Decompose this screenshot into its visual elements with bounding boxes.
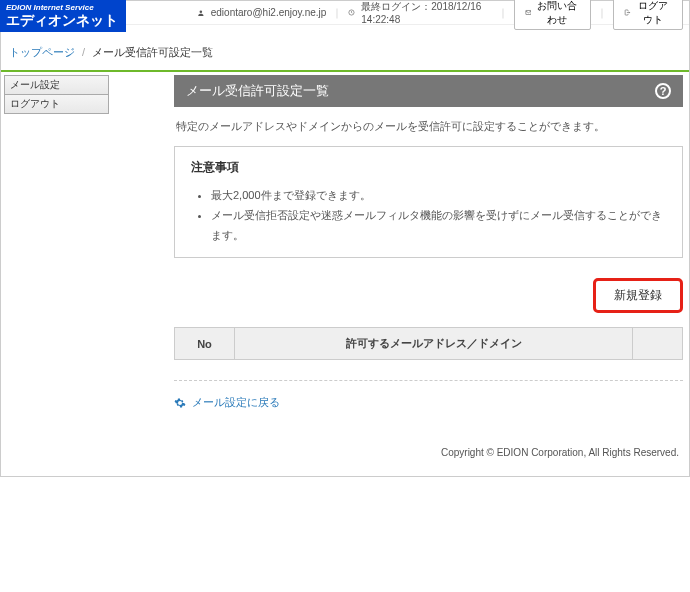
sidebar: メール設定 ログアウト: [1, 72, 109, 429]
dotted-divider: [174, 380, 683, 381]
notice-list: 最大2,000件まで登録できます。 メール受信拒否設定や迷惑メールフィルタ機能の…: [191, 186, 666, 245]
separator: ｜: [597, 6, 607, 20]
help-icon[interactable]: ?: [655, 83, 671, 99]
user-icon: [197, 8, 205, 18]
contact-button[interactable]: お問い合わせ: [514, 0, 592, 30]
mail-icon: [525, 8, 532, 17]
col-domain: 許可するメールアドレス／ドメイン: [235, 328, 633, 360]
back-link-label: メール設定に戻る: [192, 395, 280, 410]
notice-box: 注意事項 最大2,000件まで登録できます。 メール受信拒否設定や迷惑メールフィ…: [174, 146, 683, 258]
notice-item: メール受信拒否設定や迷惑メールフィルタ機能の影響を受けずにメール受信することがで…: [211, 206, 666, 246]
action-row: 新規登録: [174, 270, 683, 321]
separator: ｜: [498, 6, 508, 20]
page-title: メール受信許可設定一覧: [186, 82, 329, 100]
svg-point-0: [200, 10, 203, 13]
col-no: No: [175, 328, 235, 360]
footer: Copyright © EDION Corporation, All Right…: [1, 429, 689, 476]
logo: EDION Internet Service エディオンネット: [0, 0, 126, 32]
logo-title: エディオンネット: [6, 12, 120, 30]
user-email: ediontaro@hi2.enjoy.ne.jp: [211, 7, 327, 18]
breadcrumb-current: メール受信許可設定一覧: [92, 46, 213, 58]
sidebar-item-logout[interactable]: ログアウト: [4, 94, 109, 114]
notice-title: 注意事項: [191, 159, 666, 176]
logout-button[interactable]: ログアウト: [613, 0, 683, 30]
separator: ｜: [332, 6, 342, 20]
main-content: メール受信許可設定一覧 ? 特定のメールアドレスやドメインからのメールを受信許可…: [109, 72, 689, 429]
sidebar-item-mail-settings[interactable]: メール設定: [4, 75, 109, 95]
clock-icon: [348, 8, 355, 17]
logo-subtitle: EDION Internet Service: [6, 3, 120, 12]
page-container: EDION Internet Service エディオンネット ediontar…: [0, 0, 690, 477]
logout-icon: [624, 8, 631, 17]
breadcrumb-top-link[interactable]: トップページ: [9, 46, 75, 58]
page-description: 特定のメールアドレスやドメインからのメールを受信許可に設定することができます。: [174, 107, 683, 146]
back-to-settings-link[interactable]: メール設定に戻る: [174, 391, 683, 414]
new-register-button[interactable]: 新規登録: [593, 278, 683, 313]
copyright: Copyright © EDION Corporation, All Right…: [441, 447, 679, 458]
last-login-label: 最終ログイン：2018/12/16 14:22:48: [361, 0, 491, 25]
breadcrumb: トップページ / メール受信許可設定一覧: [1, 35, 689, 70]
notice-item: 最大2,000件まで登録できます。: [211, 186, 666, 206]
col-action: [633, 328, 683, 360]
allow-list-table: No 許可するメールアドレス／ドメイン: [174, 327, 683, 360]
gear-icon: [174, 397, 186, 409]
panel-header: メール受信許可設定一覧 ?: [174, 75, 683, 107]
breadcrumb-separator: /: [82, 46, 85, 58]
table-header-row: No 許可するメールアドレス／ドメイン: [175, 328, 683, 360]
